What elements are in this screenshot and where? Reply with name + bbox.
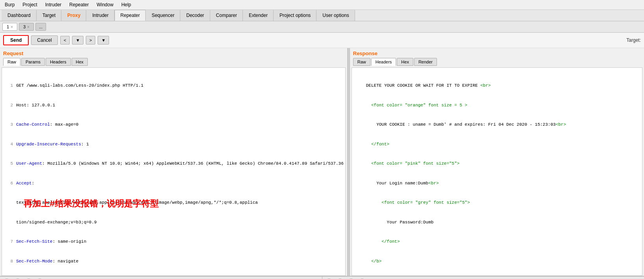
res-line-5: <font color= "pink" font size="5"> — [353, 160, 640, 167]
req-line-8: 8Sec-Fetch-Mode: navigate — [4, 258, 344, 265]
req-tab-params[interactable]: Params — [21, 58, 45, 66]
req-tab-hex[interactable]: Hex — [72, 58, 88, 66]
bottom-bar-right: ? ⚙ ◀ ▶ https://blog.com...my/rats/ 0 m — [322, 276, 644, 279]
bottom-bar-left: ? ⚙ ◀ ▶ 0 matches \n Pretty — [0, 276, 322, 279]
request-panel: Request Raw Params Headers Hex 再加上#结果没报错… — [0, 48, 348, 276]
menu-window[interactable]: Window — [95, 1, 115, 8]
tab-comparer[interactable]: Comparer — [210, 10, 243, 21]
nav-forward-button[interactable]: > — [86, 36, 95, 45]
response-title: Response — [350, 48, 644, 57]
req-line-3: 3Cache-Control: max-age=0 — [4, 121, 344, 128]
res-tab-raw[interactable]: Raw — [353, 58, 370, 66]
res-line-7: <font color= "grey" font size="5"> — [353, 199, 640, 206]
req-line-1: 1GET /www.sqli-labs.com/Less-20/index.ph… — [4, 82, 344, 89]
res-tab-render[interactable]: Render — [414, 58, 437, 66]
request-code-area[interactable]: 再加上#结果没报错，说明是字符型 1GET /www.sqli-labs.com… — [2, 67, 346, 276]
req-tab-raw[interactable]: Raw — [3, 58, 20, 66]
menu-bar: Burp Project Intruder Repeater Window He… — [0, 0, 644, 10]
req-line-5: 5User-Agent: Mozilla/5.0 (Windows NT 10.… — [4, 160, 344, 167]
req-line-4: 4Upgrade-Insecure-Requests: 1 — [4, 141, 344, 148]
rep-tab-3-close[interactable]: × — [27, 25, 30, 29]
req-line-6: 6Accept: — [4, 180, 344, 187]
tab-intruder[interactable]: Intruder — [86, 10, 114, 21]
nav-back-dropdown[interactable]: ▼ — [72, 36, 83, 45]
res-line-4: </font> — [353, 141, 640, 148]
tab-extender[interactable]: Extender — [243, 10, 274, 21]
menu-burp[interactable]: Burp — [3, 1, 16, 8]
res-line-9: </font> — [353, 238, 640, 245]
tab-user-options[interactable]: User options — [316, 10, 355, 21]
rep-tab-3[interactable]: 3 × — [19, 23, 34, 31]
send-button[interactable]: Send — [3, 35, 29, 45]
response-code-content: DELETE YOUR COOKIE OR WAIT FOR IT TO EXP… — [352, 68, 642, 276]
req-line-2: 2Host: 127.0.0.1 — [4, 102, 344, 109]
tab-proxy[interactable]: Proxy — [61, 10, 86, 21]
res-line-1: DELETE YOUR COOKIE OR WAIT FOR IT TO EXP… — [353, 82, 640, 89]
menu-repeater[interactable]: Repeater — [68, 1, 90, 8]
toolbar: Send Cancel < ▼ > ▼ Target: — [0, 33, 644, 48]
menu-help[interactable]: Help — [120, 1, 133, 8]
res-line-8: Your Password:Dumb — [353, 219, 640, 226]
req-line-6c: tion/signed-exchange;v=b3;q=0.9 — [4, 219, 344, 226]
rep-tab-1[interactable]: 1 × — [2, 23, 17, 31]
bottom-bars: ? ⚙ ◀ ▶ 0 matches \n Pretty ? ⚙ ◀ ▶ http… — [0, 276, 644, 279]
response-code-area[interactable]: DELETE YOUR COOKIE OR WAIT FOR IT TO EXP… — [352, 67, 642, 276]
tab-target[interactable]: Target — [37, 10, 61, 21]
main-panels: Request Raw Params Headers Hex 再加上#结果没报错… — [0, 48, 644, 276]
menu-project[interactable]: Project — [21, 1, 39, 8]
request-title: Request — [0, 48, 347, 57]
nav-back-button[interactable]: < — [60, 36, 70, 45]
rep-tab-add[interactable]: ... — [35, 23, 46, 31]
rep-tab-1-label: 1 — [7, 24, 9, 29]
tab-sequencer[interactable]: Sequencer — [146, 10, 180, 21]
nav-forward-dropdown[interactable]: ▼ — [98, 36, 109, 45]
res-line-3: YOUR COOKIE : uname = Dumb' # and expire… — [353, 121, 640, 128]
rep-tab-1-close[interactable]: × — [11, 25, 13, 29]
request-code-content: 1GET /www.sqli-labs.com/Less-20/index.ph… — [2, 68, 345, 276]
tab-decoder[interactable]: Decoder — [180, 10, 210, 21]
rep-tab-3-label: 3 — [23, 24, 26, 29]
tab-dashboard[interactable]: Dashboard — [2, 10, 37, 21]
res-tab-hex[interactable]: Hex — [397, 58, 413, 66]
request-tabs: Raw Params Headers Hex — [0, 57, 347, 67]
response-tabs: Raw Headers Hex Render — [350, 57, 644, 67]
res-line-10: </b> — [353, 258, 640, 265]
req-line-6b: text/html,application/xhtml+xml,applicat… — [4, 199, 344, 206]
res-tab-headers[interactable]: Headers — [371, 58, 396, 66]
top-tab-bar: Dashboard Target Proxy Intruder Repeater… — [0, 10, 644, 21]
req-tab-headers[interactable]: Headers — [46, 58, 71, 66]
repeater-tab-bar: 1 × 3 × ... — [0, 21, 644, 33]
tab-repeater[interactable]: Repeater — [115, 10, 146, 21]
req-line-7: 7Sec-Fetch-Site: same-origin — [4, 238, 344, 245]
tab-project-options[interactable]: Project options — [274, 10, 316, 21]
cancel-button[interactable]: Cancel — [31, 35, 57, 45]
menu-intruder[interactable]: Intruder — [44, 1, 63, 8]
response-panel: Response Raw Headers Hex Render DELETE Y… — [350, 48, 644, 276]
res-line-2: <font color= "orange" font size = 5 > — [353, 102, 640, 109]
res-line-6: Your Login name:Dumb<br> — [353, 180, 640, 187]
target-label: Target: — [626, 37, 641, 43]
